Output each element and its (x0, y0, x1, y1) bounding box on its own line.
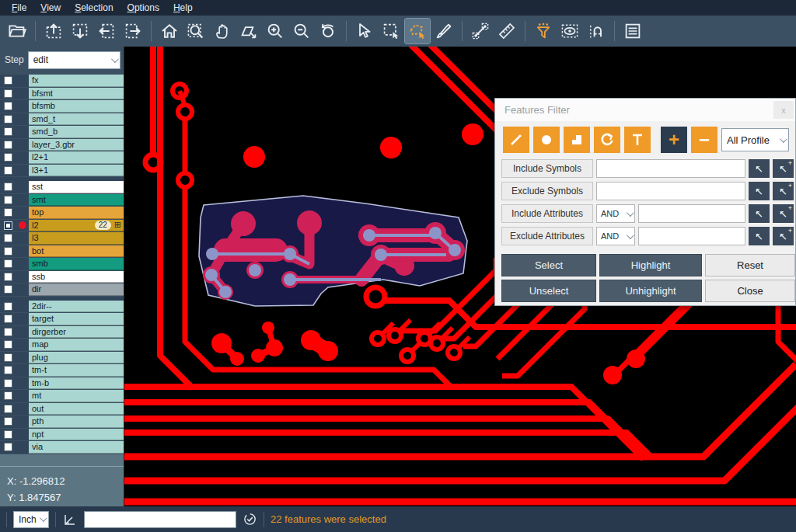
active-layer-indicator-cell[interactable] (16, 377, 29, 390)
active-layer-indicator-cell[interactable] (16, 313, 29, 325)
active-layer-indicator-cell[interactable] (16, 326, 29, 339)
layer-name[interactable]: smd_b (29, 126, 124, 138)
pan-down-button[interactable] (68, 19, 93, 43)
menu-item-options[interactable]: Options (120, 1, 166, 15)
layer-visibility-checkbox[interactable] (0, 151, 16, 164)
layer-visibility-checkbox[interactable] (0, 301, 16, 313)
exclude-attributes-operator-select[interactable]: AND (596, 227, 635, 245)
pad-feature-button[interactable] (533, 127, 560, 153)
layer-name[interactable]: out (29, 403, 124, 416)
layer-visibility-checkbox[interactable] (0, 364, 16, 377)
layer-name[interactable]: smb (29, 258, 124, 270)
include-attributes-button[interactable]: Include Attributes (501, 204, 593, 223)
menu-item-view[interactable]: View (33, 1, 68, 15)
surface-feature-button[interactable] (564, 127, 590, 153)
pick-add-symbol-button[interactable]: ↖+ (773, 159, 794, 178)
layer-name[interactable]: bfsmb (29, 100, 124, 113)
layer-visibility-checkbox[interactable] (0, 194, 16, 207)
layer-name[interactable]: smd_t (29, 113, 124, 126)
layer-name[interactable]: tm-t (29, 364, 124, 377)
active-layer-indicator-cell[interactable] (16, 403, 29, 416)
layer-name[interactable]: map (29, 339, 124, 351)
layer-visibility-checkbox[interactable] (0, 377, 16, 390)
measure-ruler-button[interactable] (494, 19, 519, 43)
pan-hand-button[interactable] (210, 19, 235, 43)
layer-visibility-checkbox[interactable] (0, 313, 16, 325)
home-view-button[interactable] (157, 19, 182, 43)
exclude-attributes-button[interactable]: Exclude Attributes (501, 227, 593, 245)
unhighlight-button[interactable]: Unhighlight (599, 280, 702, 302)
layer-visibility-checkbox[interactable] (0, 271, 16, 283)
layer-visibility-checkbox[interactable] (0, 326, 16, 339)
active-layer-indicator-cell[interactable] (16, 339, 29, 351)
layer-name[interactable]: plug (29, 352, 124, 364)
layer-visibility-checkbox[interactable] (0, 181, 16, 193)
open-file-button[interactable] (5, 19, 30, 43)
line-feature-button[interactable] (503, 127, 529, 153)
step-select[interactable]: edit (28, 51, 120, 69)
report-panel-button[interactable] (620, 19, 645, 43)
active-layer-indicator-cell[interactable] (16, 232, 29, 245)
layer-name[interactable]: npt (29, 429, 124, 441)
remove-filter-button[interactable]: − (691, 127, 717, 153)
layer-visibility-checkbox[interactable] (0, 75, 16, 87)
pan-right-button[interactable] (120, 19, 145, 43)
arc-feature-button[interactable] (594, 127, 620, 153)
layer-visibility-checkbox[interactable] (0, 429, 16, 441)
layer-name[interactable]: fx (29, 75, 124, 87)
highlight-button[interactable]: Highlight (599, 254, 702, 276)
dialog-close-button[interactable]: x (773, 101, 794, 119)
measure-input[interactable] (84, 511, 236, 528)
active-layer-indicator-cell[interactable] (16, 75, 29, 87)
layer-name[interactable]: dirgerber (29, 326, 124, 339)
active-layer-indicator-cell[interactable] (16, 271, 29, 283)
snap-mode-button[interactable] (584, 19, 609, 43)
active-layer-indicator-cell[interactable] (16, 258, 29, 270)
layer-name[interactable]: bot (29, 245, 124, 258)
pick-symbol-button[interactable]: ↖ (749, 159, 770, 178)
layer-visibility-checkbox[interactable] (0, 220, 16, 232)
view-options-button[interactable] (557, 19, 582, 43)
pick-symbol-button[interactable]: ↖ (749, 182, 770, 200)
layer-name[interactable]: bfsmt (29, 88, 124, 100)
active-layer-indicator-cell[interactable] (16, 88, 29, 100)
layer-visibility-checkbox[interactable] (0, 88, 16, 100)
polygon-select-button[interactable] (405, 19, 430, 43)
active-layer-indicator-cell[interactable] (16, 364, 29, 377)
pick-attribute-button[interactable]: ↖ (749, 227, 770, 245)
zoom-in-button[interactable] (263, 19, 288, 43)
layer-visibility-checkbox[interactable] (0, 258, 16, 270)
active-layer-indicator-cell[interactable] (16, 126, 29, 138)
layer-visibility-checkbox[interactable] (0, 283, 16, 296)
refresh-check-icon[interactable] (243, 512, 257, 527)
pick-add-attribute-button[interactable]: ↖+ (773, 204, 794, 223)
active-layer-indicator-cell[interactable] (16, 283, 29, 296)
layer-name[interactable]: l3 (29, 232, 124, 245)
menu-item-selection[interactable]: Selection (68, 1, 120, 15)
layer-name[interactable]: target (29, 313, 124, 325)
active-layer-indicator-cell[interactable] (16, 429, 29, 441)
layer-name[interactable]: top (29, 207, 124, 219)
layer-name[interactable]: smt (29, 194, 124, 207)
layer-name[interactable]: tm-b (29, 377, 124, 390)
menu-item-file[interactable]: File (5, 1, 33, 15)
zoom-object-button[interactable] (236, 19, 261, 43)
layer-visibility-checkbox[interactable] (0, 113, 16, 126)
active-layer-indicator-cell[interactable] (16, 181, 29, 193)
select-pointer-button[interactable] (352, 19, 377, 43)
exclude-symbols-input[interactable] (596, 182, 745, 200)
include-attributes-operator-select[interactable]: AND (596, 204, 635, 223)
layer-name[interactable]: sst (29, 181, 124, 193)
layer-name[interactable]: via (29, 441, 124, 454)
layer-visibility-checkbox[interactable] (0, 441, 16, 454)
layer-visibility-checkbox[interactable] (0, 100, 16, 113)
layer-visibility-checkbox[interactable] (0, 352, 16, 364)
add-filter-button[interactable]: + (661, 127, 687, 153)
layer-name[interactable]: mt (29, 390, 124, 402)
layer-visibility-checkbox[interactable] (0, 207, 16, 219)
pick-add-symbol-button[interactable]: ↖+ (773, 182, 794, 200)
layer-visibility-checkbox[interactable] (0, 126, 16, 138)
zoom-previous-button[interactable] (316, 19, 340, 43)
layer-visibility-checkbox[interactable] (0, 139, 16, 151)
active-layer-indicator-cell[interactable] (16, 165, 29, 177)
